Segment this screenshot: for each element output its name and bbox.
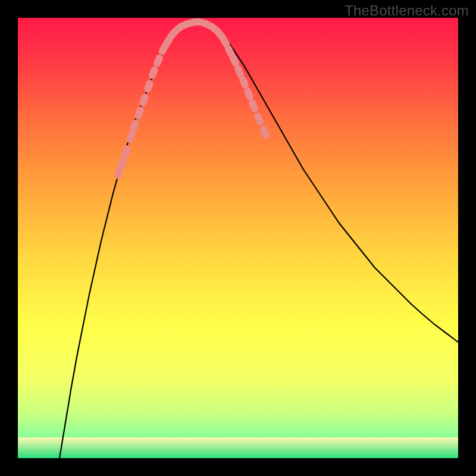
chart-svg [18,18,458,458]
marker-segment [259,125,271,140]
chart-frame: TheBottleneck.com [0,0,476,476]
marker-segment [243,87,254,102]
highlight-markers [114,18,271,180]
plot-area [18,18,458,458]
marker-segment [148,65,159,80]
bottleneck-curve [60,21,458,458]
marker-segment [134,106,145,121]
marker-segment [139,93,150,108]
marker-segment [248,99,259,114]
marker-segment [152,54,164,68]
marker-segment [121,145,131,159]
marker-segment [143,79,155,94]
marker-segment [253,112,265,127]
watermark-label: TheBottleneck.com [345,2,469,19]
